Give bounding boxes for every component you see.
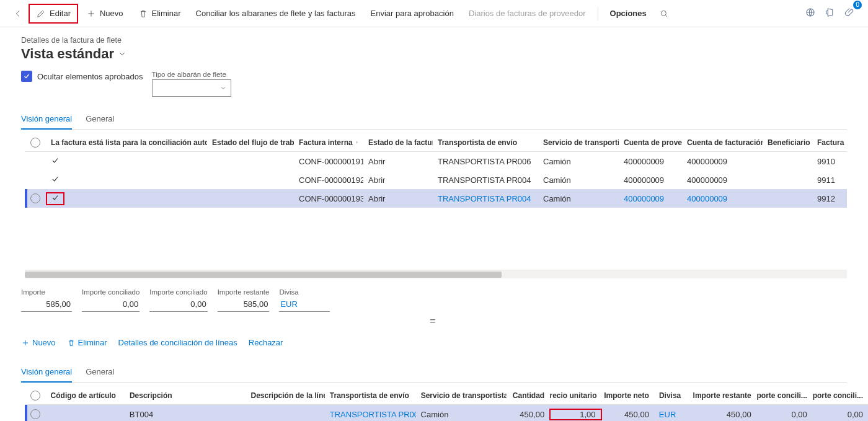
remaining-label: Importe restante — [218, 288, 270, 296]
matched-label: Importe conciliado — [82, 288, 140, 296]
col-net[interactable]: Importe neto — [602, 391, 654, 400]
col-beneficiary[interactable]: Beneficiario — [763, 138, 812, 147]
matched-value[interactable]: 0,00 — [82, 298, 140, 312]
cell-service: Camión — [538, 175, 619, 185]
new-button[interactable]: Nuevo — [79, 4, 130, 23]
tab-overview[interactable]: Visión general — [21, 110, 72, 130]
delete-button[interactable]: Eliminar — [131, 4, 188, 23]
table-row[interactable]: CONF-000000191AbrirTRANSPORTISTA PR006Ca… — [25, 152, 847, 171]
cell-matched: 0,00 — [756, 410, 812, 419]
col-remaining[interactable]: Importe restante — [683, 391, 756, 400]
options-label: Opciones — [610, 9, 647, 18]
col-carrier[interactable]: Transportista de envío — [433, 138, 538, 147]
select-all-radio[interactable] — [30, 138, 40, 148]
matched2-value[interactable]: 0,00 — [149, 298, 207, 312]
options-button[interactable]: Opciones — [603, 4, 653, 22]
cell-carrier: TRANSPORTISTA PR006 — [433, 157, 538, 166]
bill-type-select[interactable] — [152, 79, 231, 97]
attachments-button[interactable] — [801, 3, 820, 24]
pencil-icon — [36, 9, 46, 19]
notifications-button[interactable]: 0 — [841, 3, 859, 24]
search-button[interactable] — [655, 4, 673, 23]
page-title[interactable]: Vista estándar — [21, 46, 847, 62]
lines-select-all-radio[interactable] — [30, 391, 40, 401]
cell-matched2: 0,00 — [812, 410, 868, 419]
cell-status: Abrir — [363, 175, 433, 185]
col-billing[interactable]: Cuenta de facturación — [682, 138, 763, 147]
cell-line-service: Camión — [416, 410, 507, 419]
col-line-service[interactable]: Servicio de transportista — [416, 391, 507, 400]
col-status[interactable]: Estado de la factura — [363, 138, 433, 147]
table-row[interactable]: CONF-000000192AbrirTRANSPORTISTA PR004Ca… — [25, 171, 847, 189]
top-tabs: Visión general General — [21, 110, 847, 130]
amount-value[interactable]: 585,00 — [21, 298, 72, 312]
cell-line-carrier[interactable]: TRANSPORTISTA PR004 — [325, 410, 416, 419]
reject-button[interactable]: Rechazar — [249, 335, 283, 350]
cell-carrier[interactable]: TRANSPORTISTA PR004 — [433, 194, 538, 203]
remaining-value[interactable]: 585,00 — [218, 298, 270, 312]
line-details-button[interactable]: Detalles de conciliación de líneas — [118, 335, 237, 350]
cell-billing[interactable]: 400000009 — [682, 194, 763, 203]
line-new-button[interactable]: Nuevo — [21, 335, 56, 350]
check-icon — [51, 175, 60, 185]
invoice-grid: La factura está lista para la conciliaci… — [21, 133, 847, 278]
lines-toolbar: Nuevo Eliminar Detalles de conciliación … — [21, 335, 847, 350]
line-delete-button[interactable]: Eliminar — [67, 335, 107, 350]
lines-tab-overview[interactable]: Visión general — [21, 363, 72, 383]
horizontal-scrollbar[interactable] — [25, 270, 847, 278]
row-radio[interactable] — [30, 409, 40, 419]
col-matched2[interactable]: Importe concili... — [812, 391, 868, 400]
cell-internal: CONF-000000193 — [294, 194, 363, 203]
table-row[interactable]: BT004TRANSPORTISTA PR004Camión450,001,00… — [25, 405, 868, 421]
submit-label: Enviar para aprobación — [370, 9, 453, 18]
notification-badge: 0 — [853, 1, 862, 9]
cell-invoice: 9912 — [812, 194, 847, 203]
trash-icon — [138, 9, 148, 19]
submit-approval-button[interactable]: Enviar para aprobación — [363, 4, 460, 22]
row-radio[interactable] — [30, 193, 40, 203]
lines-tab-general[interactable]: General — [86, 363, 114, 382]
col-desc[interactable]: Descripción — [125, 391, 246, 400]
tab-general[interactable]: General — [86, 110, 114, 129]
edit-label: Editar — [50, 9, 71, 18]
chevron-down-icon — [118, 50, 126, 58]
col-desc2[interactable]: Descripción de la línea 2 — [246, 391, 325, 400]
svg-point-0 — [661, 11, 666, 16]
amount-label: Importe — [21, 288, 72, 296]
col-code[interactable]: Código de artículo — [46, 391, 125, 400]
col-ready[interactable]: La factura está lista para la conciliaci… — [46, 138, 207, 147]
paperclip-icon — [844, 7, 856, 18]
hide-approved-checkbox[interactable]: Ocultar elementos aprobados — [21, 71, 143, 82]
cell-vendor[interactable]: 400000009 — [619, 194, 682, 203]
col-matched[interactable]: Importe concili... — [756, 391, 812, 400]
vendor-journals-button[interactable]: Diarios de facturas de proveedor — [462, 4, 593, 22]
lines-tabs: Visión general General — [21, 363, 847, 383]
edit-button[interactable]: Editar — [29, 4, 78, 24]
back-button[interactable] — [9, 4, 27, 23]
cell-vendor: 400000009 — [619, 175, 682, 185]
check-icon — [51, 156, 60, 167]
toolbar-separator — [598, 7, 598, 20]
cell-service: Camión — [538, 157, 619, 166]
col-invoice[interactable]: Factura — [812, 138, 847, 147]
col-qty[interactable]: Cantidad — [507, 391, 549, 400]
col-internal[interactable]: Factura interna — [294, 138, 363, 147]
cell-billing: 400000009 — [682, 157, 763, 166]
col-vendor[interactable]: Cuenta de proveedor — [619, 138, 682, 147]
col-line-carrier[interactable]: Transportista de envío — [325, 391, 416, 400]
breadcrumb: Detalles de la factura de flete — [21, 36, 847, 45]
cell-line-currency[interactable]: EUR — [654, 410, 683, 419]
search-icon — [659, 9, 669, 19]
cell-status: Abrir — [363, 194, 433, 203]
col-service[interactable]: Servicio de transportista — [538, 138, 619, 147]
currency-value[interactable]: EUR — [279, 298, 330, 312]
col-currency[interactable]: Divisa — [654, 391, 683, 400]
office-button[interactable] — [821, 3, 839, 24]
col-workflow[interactable]: Estado del flujo de trabajo — [207, 138, 294, 147]
lines-grid-header: Código de artículo Descripción Descripci… — [25, 386, 868, 405]
globe-icon — [805, 7, 816, 18]
table-row[interactable]: CONF-000000193AbrirTRANSPORTISTA PR004Ca… — [25, 189, 847, 208]
reconcile-button[interactable]: Conciliar los albaranes de flete y las f… — [189, 4, 363, 22]
col-pu[interactable]: Precio unitario — [549, 391, 601, 400]
matched2-label: Importe conciliado — [149, 288, 207, 296]
